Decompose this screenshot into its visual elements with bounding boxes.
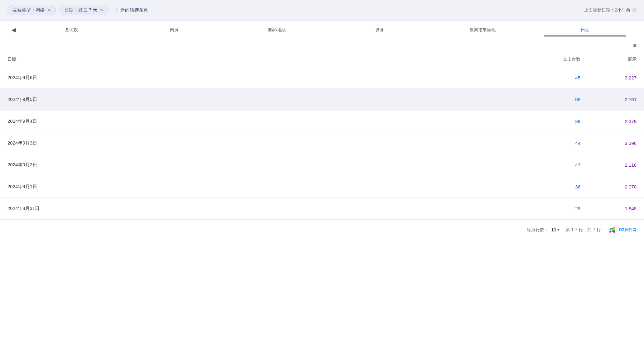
row-clicks: 36 <box>555 184 605 189</box>
svg-point-3 <box>613 231 615 233</box>
table-row[interactable]: 2024年9月3日 44 2,398 <box>0 132 644 154</box>
date-edit-icon[interactable]: ✎ <box>100 8 104 13</box>
row-impressions: 2,398 <box>605 140 637 146</box>
last-updated-label: 上次更新日期：2小时前 <box>584 7 630 13</box>
add-filter-label: 新的筛选条件 <box>120 7 148 13</box>
row-clicks: 44 <box>555 140 605 146</box>
row-date: 2024年9月2日 <box>7 162 555 168</box>
row-date: 2024年9月3日 <box>7 140 555 146</box>
date-label: 日期：过去 7 天 <box>64 7 98 13</box>
row-impressions: 2,118 <box>605 162 637 168</box>
column-country[interactable]: 国家/地区 <box>225 27 328 33</box>
row-date: 2024年9月6日 <box>7 75 555 81</box>
table-filter-icon[interactable]: ≡ <box>633 42 637 49</box>
search-type-edit-icon[interactable]: ✎ <box>47 8 51 13</box>
rows-per-page: 每页行数： 10 ▾ <box>527 227 559 233</box>
row-impressions: 2,070 <box>605 184 637 189</box>
table-row[interactable]: 2024年9月2日 47 2,118 <box>0 154 644 176</box>
table-row[interactable]: 2024年9月4日 39 2,379 <box>0 111 644 132</box>
plus-icon: + <box>115 7 119 13</box>
table-row[interactable]: 2024年9月1日 36 2,070 <box>0 176 644 198</box>
brand-text: DZ插件网 <box>619 227 637 233</box>
rows-per-page-value: 10 <box>551 227 556 232</box>
add-filter-button[interactable]: + 新的筛选条件 <box>112 5 152 15</box>
chevron-down-icon: ▾ <box>557 228 559 232</box>
brand-logo: DZ插件网 <box>607 225 637 235</box>
row-impressions: 2,761 <box>605 97 637 102</box>
last-updated: 上次更新日期：2小时前 ⓘ <box>584 7 637 13</box>
row-clicks: 55 <box>555 97 605 102</box>
row-clicks: 45 <box>555 75 605 80</box>
row-impressions: 3,227 <box>605 75 637 80</box>
row-clicks: 39 <box>555 119 605 124</box>
page-info: 第 1-7 行，共 7 行 <box>565 227 601 233</box>
table-row[interactable]: 2024年9月5日 55 2,761 <box>0 89 644 111</box>
column-search-result[interactable]: 搜索结果呈现 <box>431 27 534 33</box>
search-type-filter[interactable]: 搜索类型：网络 ✎ <box>7 5 56 15</box>
back-button[interactable]: ◀ <box>7 26 20 33</box>
data-sub-header: 日期 ↓ 点击次数 展示 <box>0 52 644 67</box>
back-icon: ◀ <box>12 26 16 33</box>
sub-header-impressions: 展示 <box>605 57 637 62</box>
info-icon[interactable]: ⓘ <box>632 7 637 13</box>
row-impressions: 1,845 <box>605 206 637 211</box>
row-date: 2024年8月31日 <box>7 206 555 212</box>
pagination-bar: 每页行数： 10 ▾ 第 1-7 行，共 7 行 DZ插件网 <box>0 220 644 240</box>
rows-per-page-select[interactable]: 10 ▾ <box>551 227 559 232</box>
table-row[interactable]: 2024年9月6日 45 3,227 <box>0 67 644 89</box>
column-date[interactable]: 日期 <box>534 27 637 33</box>
row-clicks: 29 <box>555 206 605 211</box>
brand-logo-icon <box>607 225 617 235</box>
row-date: 2024年9月1日 <box>7 184 555 190</box>
sort-icon[interactable]: ↓ <box>18 57 20 62</box>
table-row[interactable]: 2024年8月31日 29 1,845 <box>0 198 644 220</box>
row-clicks: 47 <box>555 162 605 168</box>
svg-point-2 <box>613 227 615 229</box>
table-wrapper: ◀ 查询数 网页 国家/地区 设备 搜索结果呈现 日期 ≡ <box>0 21 644 347</box>
row-date: 2024年9月4日 <box>7 118 555 124</box>
filter-bar: 搜索类型：网络 ✎ 日期：过去 7 天 ✎ + 新的筛选条件 上次更新日期：2小… <box>0 0 644 21</box>
data-rows: 2024年9月6日 45 3,227 2024年9月5日 55 2,761 20… <box>0 67 644 220</box>
column-headers: ◀ 查询数 网页 国家/地区 设备 搜索结果呈现 日期 <box>0 21 644 39</box>
row-date: 2024年9月5日 <box>7 97 555 102</box>
sub-header-clicks: 点击次数 <box>555 57 605 62</box>
search-type-label: 搜索类型：网络 <box>12 7 45 13</box>
column-query-count[interactable]: 查询数 <box>20 27 123 33</box>
row-impressions: 2,379 <box>605 119 637 124</box>
sub-header-date[interactable]: 日期 ↓ <box>7 57 555 62</box>
sub-header-date-label: 日期 <box>7 57 16 62</box>
filter-icon-row: ≡ <box>0 39 644 52</box>
rows-per-page-label: 每页行数： <box>527 227 549 233</box>
column-webpage[interactable]: 网页 <box>123 27 226 33</box>
date-filter[interactable]: 日期：过去 7 天 ✎ <box>60 5 108 15</box>
svg-point-4 <box>609 231 611 233</box>
column-device[interactable]: 设备 <box>328 27 431 33</box>
page-container: 搜索类型：网络 ✎ 日期：过去 7 天 ✎ + 新的筛选条件 上次更新日期：2小… <box>0 0 644 347</box>
